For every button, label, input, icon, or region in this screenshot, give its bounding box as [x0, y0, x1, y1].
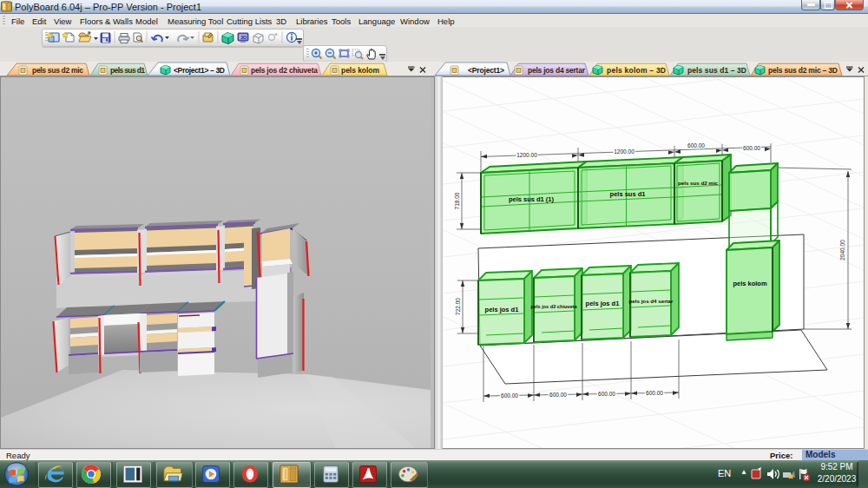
svg-text:pels sus d2 mic – 3D: pels sus d2 mic – 3D	[768, 66, 838, 75]
svg-text:pels jos d1: pels jos d1	[586, 300, 620, 307]
svg-text:pels jos d4 sertar: pels jos d4 sertar	[629, 298, 674, 304]
svg-text:600.00: 600.00	[598, 391, 615, 397]
svg-text:pels kolom: pels kolom	[733, 280, 767, 287]
svg-text:2040.00: 2040.00	[839, 240, 845, 260]
svg-text:pels sus d1: pels sus d1	[110, 66, 145, 75]
svg-text:pels sus d2 mic: pels sus d2 mic	[32, 66, 83, 75]
svg-text:600.00: 600.00	[501, 392, 518, 399]
svg-text:1200.00: 1200.00	[516, 152, 537, 158]
svg-text:pels sus d1: pels sus d1	[610, 190, 646, 198]
svg-text:pels jos d1: pels jos d1	[485, 306, 519, 313]
svg-text:pels jos d4 sertar: pels jos d4 sertar	[528, 66, 586, 75]
svg-text:600.00: 600.00	[687, 142, 705, 148]
svg-text:pels sus d2 mic: pels sus d2 mic	[678, 180, 719, 186]
svg-text:pels kolom: pels kolom	[341, 66, 379, 75]
svg-text:600.00: 600.00	[549, 392, 567, 398]
svg-text:<Project1> – 3D: <Project1> – 3D	[174, 66, 225, 75]
svg-text:600.00: 600.00	[743, 145, 760, 151]
svg-text:<Project1>: <Project1>	[468, 66, 504, 75]
svg-text:600.00: 600.00	[646, 390, 663, 396]
svg-text:pels sus d1 (1): pels sus d1 (1)	[509, 195, 555, 203]
svg-text:pels kolom – 3D: pels kolom – 3D	[607, 66, 666, 75]
svg-text:718.00: 718.00	[454, 192, 460, 209]
svg-text:722.00: 722.00	[455, 298, 461, 315]
svg-text:3D: 3D	[240, 35, 247, 40]
svg-text:pels jos d2 chiuveta: pels jos d2 chiuveta	[251, 66, 318, 75]
svg-text:pels sus d1 – 3D: pels sus d1 – 3D	[687, 66, 746, 75]
svg-text:1200.00: 1200.00	[614, 148, 635, 155]
svg-text:pels jos d2 chiuveta: pels jos d2 chiuveta	[530, 304, 577, 309]
